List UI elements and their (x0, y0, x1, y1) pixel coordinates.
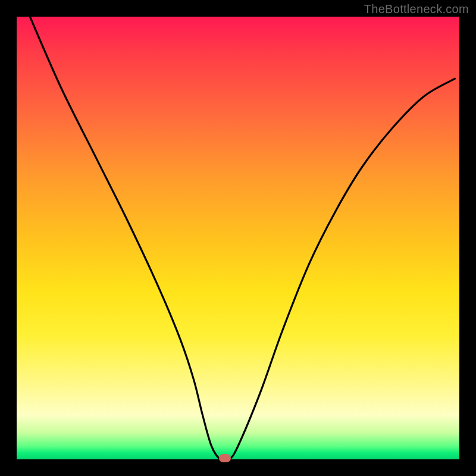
watermark-text: TheBottleneck.com (364, 2, 469, 16)
optimal-point-marker (219, 454, 231, 462)
bottleneck-curve (17, 17, 459, 459)
chart-frame: TheBottleneck.com (0, 0, 476, 476)
plot-area (17, 17, 459, 459)
